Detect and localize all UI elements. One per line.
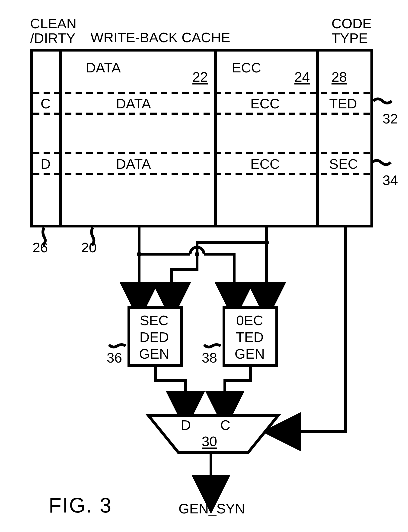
row2-data: DATA [116, 157, 151, 171]
figure-caption: FIG. 3 [49, 494, 112, 516]
col-data-header: DATA [86, 60, 121, 75]
col-codetype-ref: 28 [332, 70, 347, 84]
ref-32: 32 [382, 111, 398, 126]
row2-codetype: SEC [329, 157, 358, 171]
row2-ecc: ECC [250, 157, 280, 171]
col-data-ref: 22 [192, 70, 208, 84]
ref-34: 34 [382, 173, 398, 187]
row1-cd: C [41, 96, 51, 111]
block-sec-ded-gen-label: SEC DED GEN [139, 312, 169, 362]
row1-ecc: ECC [250, 96, 280, 111]
mux-ref-30: 30 [202, 434, 217, 449]
output-label: GEN_SYN [178, 501, 245, 516]
ref-38: 38 [202, 350, 217, 365]
ref-26: 26 [33, 240, 48, 255]
ref-20: 20 [81, 240, 97, 255]
svg-point-9 [137, 252, 141, 257]
row1-codetype: TED [329, 96, 357, 111]
row1-data: DATA [116, 96, 151, 111]
col-ecc-header: ECC [232, 60, 261, 75]
col-ecc-ref: 24 [294, 70, 310, 84]
block-oec-ted-gen-label: 0EC TED GEN [235, 312, 265, 362]
svg-point-11 [195, 252, 199, 257]
row2-cd: D [41, 157, 51, 171]
mux-input-c: C [220, 418, 230, 432]
mux-input-d: D [181, 418, 191, 432]
svg-point-10 [264, 240, 269, 245]
ref-36: 36 [107, 350, 122, 365]
